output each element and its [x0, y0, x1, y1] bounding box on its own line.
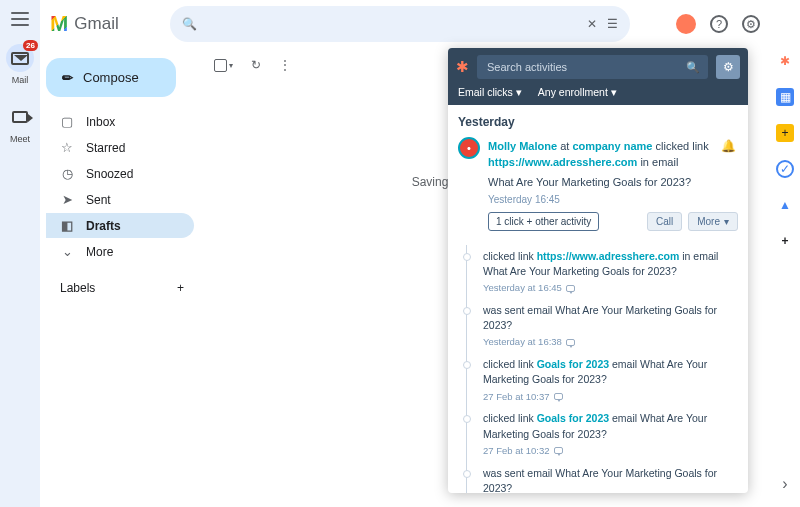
timeline-event: was sent email What Are Your Marketing G… [483, 462, 738, 493]
clicked-url[interactable]: https://www.adresshere.com [488, 156, 637, 168]
section-header: Yesterday [458, 115, 738, 129]
gmail-m-icon: M [50, 11, 68, 37]
add-label-icon[interactable]: + [177, 281, 184, 295]
contacts-rail-icon[interactable]: ▲ [776, 196, 794, 214]
event-time: 27 Feb at 10:32 [483, 444, 738, 458]
checkbox-icon [214, 59, 227, 72]
activity-headline: Molly Malone at company name clicked lin… [488, 139, 738, 155]
search-icon: 🔍 [182, 17, 197, 31]
nav-snoozed-label: Snoozed [86, 167, 133, 181]
more-menu-icon[interactable]: ⋮ [279, 58, 291, 72]
draft-icon: ◧ [60, 218, 74, 233]
hubspot-status-icon[interactable] [676, 14, 696, 34]
hubspot-panel: ✱ 🔍 ⚙ Email clicks▾ Any enrollment▾ Yest… [448, 48, 748, 493]
clear-icon[interactable]: ✕ [587, 17, 597, 31]
event-time: Yesterday at 16:45 [483, 281, 738, 295]
hubspot-top-bar: ✱ 🔍 ⚙ [448, 48, 748, 86]
hubspot-body: Yesterday • 🔔 Molly Malone at company na… [448, 105, 748, 493]
nav-starred-label: Starred [86, 141, 125, 155]
sent-icon: ➤ [60, 192, 74, 207]
comment-icon[interactable] [566, 339, 575, 346]
email-subject: What Are Your Marketing Goals for 2023? [488, 175, 738, 191]
contact-name[interactable]: Molly Malone [488, 140, 557, 152]
at-word: at [560, 140, 569, 152]
comment-icon[interactable] [566, 285, 575, 292]
select-all[interactable]: ▾ [214, 59, 233, 72]
compose-button[interactable]: ✎ Compose [46, 58, 176, 97]
timeline-event: clicked link https://www.adresshere.com … [483, 245, 738, 299]
nav-starred[interactable]: ☆Starred [46, 135, 194, 160]
clock-icon: ◷ [60, 166, 74, 181]
chevron-down-icon: ▾ [724, 216, 729, 227]
filter-enrollment[interactable]: Any enrollment▾ [538, 86, 617, 98]
event-pre: clicked link [483, 412, 534, 424]
comment-icon[interactable] [554, 393, 563, 400]
event-link[interactable]: Goals for 2023 [537, 358, 609, 370]
calendar-rail-icon[interactable]: ▦ [776, 88, 794, 106]
rail-mail[interactable]: 26 Mail [6, 44, 34, 85]
event-pre: clicked link [483, 250, 534, 262]
chevron-down-icon: ▾ [516, 86, 522, 98]
filter-email-clicks[interactable]: Email clicks▾ [458, 86, 522, 98]
comment-icon[interactable] [554, 447, 563, 454]
settings-icon[interactable]: ⚙ [742, 15, 760, 33]
inbox-icon: ▢ [60, 114, 74, 129]
rail-meet[interactable]: Meet [6, 103, 34, 144]
labels-header-row: Labels + [46, 265, 194, 299]
hubspot-search[interactable]: 🔍 [477, 55, 708, 79]
in-email-text: in email [640, 156, 678, 168]
bell-icon[interactable]: 🔔 [721, 139, 736, 153]
nav-sent-label: Sent [86, 193, 111, 207]
hubspot-rail-icon[interactable]: ✱ [776, 52, 794, 70]
event-time: 27 Feb at 10:37 [483, 390, 738, 404]
more-button[interactable]: More▾ [688, 212, 738, 231]
hubspot-sprocket-icon: ✱ [456, 58, 469, 76]
nav-drafts[interactable]: ◧Drafts [46, 213, 194, 238]
event-time: Yesterday at 16:38 [483, 335, 738, 349]
more-label: More [697, 216, 720, 227]
nav-snoozed[interactable]: ◷Snoozed [46, 161, 194, 186]
event-pre: was sent email What Are Your Marketing G… [483, 467, 717, 493]
nav-sent[interactable]: ➤Sent [46, 187, 194, 212]
nav-drafts-label: Drafts [86, 219, 121, 233]
chevron-down-icon: ▾ [229, 61, 233, 70]
nav-more[interactable]: ⌄More [46, 239, 194, 264]
activity-summary-pill[interactable]: 1 click + other activity [488, 212, 599, 231]
timeline-event: clicked link Goals for 2023 email What A… [483, 407, 738, 461]
timeline-event: clicked link Goals for 2023 email What A… [483, 353, 738, 407]
activity-timeline: clicked link https://www.adresshere.com … [466, 245, 738, 493]
hamburger-icon[interactable] [11, 12, 29, 26]
right-rail: ✱ ▦ + ✓ ▲ + › [770, 0, 800, 507]
help-icon[interactable]: ? [710, 15, 728, 33]
activity-card: • 🔔 Molly Malone at company name clicked… [458, 137, 738, 239]
tasks-rail-icon[interactable]: ✓ [776, 160, 794, 178]
event-link[interactable]: https://www.adresshere.com [537, 250, 680, 262]
collapse-rail-icon[interactable]: › [782, 475, 787, 493]
header-actions: ? ⚙ [676, 14, 760, 34]
rail-mail-label: Mail [12, 75, 29, 85]
nav-inbox[interactable]: ▢Inbox [46, 109, 194, 134]
gmail-logo[interactable]: M Gmail [50, 11, 160, 37]
search-input[interactable] [207, 16, 577, 33]
filter-label: Any enrollment [538, 86, 608, 98]
keep-rail-icon[interactable]: + [776, 124, 794, 142]
search-bar[interactable]: 🔍 ✕ ☰ [170, 6, 630, 42]
event-link[interactable]: Goals for 2023 [537, 412, 609, 424]
company-link[interactable]: company name [572, 140, 652, 152]
activity-timestamp: Yesterday 16:45 [488, 194, 738, 205]
search-icon: 🔍 [686, 61, 700, 74]
nav-inbox-label: Inbox [86, 115, 115, 129]
timeline-event: was sent email What Are Your Marketing G… [483, 299, 738, 353]
hubspot-settings-button[interactable]: ⚙ [716, 55, 740, 79]
addons-rail-icon[interactable]: + [776, 232, 794, 250]
meet-icon [6, 103, 34, 131]
hubspot-search-input[interactable] [485, 60, 686, 74]
chevron-down-icon: ▾ [611, 86, 617, 98]
app-rail: 26 Mail Meet [0, 0, 40, 507]
activity-link-line: https://www.adresshere.com in email [488, 155, 738, 171]
search-options-icon[interactable]: ☰ [607, 17, 618, 31]
event-pre: clicked link [483, 358, 534, 370]
contact-avatar[interactable]: • [458, 137, 480, 159]
call-button[interactable]: Call [647, 212, 682, 231]
refresh-icon[interactable]: ↻ [251, 58, 261, 72]
